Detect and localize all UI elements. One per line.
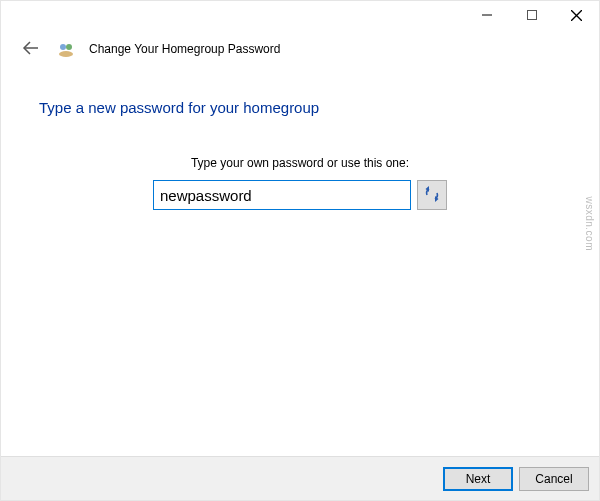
page-title: Change Your Homegroup Password	[89, 42, 280, 56]
title-bar	[1, 1, 599, 31]
minimize-icon	[482, 10, 492, 20]
password-input[interactable]	[153, 180, 411, 210]
regenerate-password-button[interactable]	[417, 180, 447, 210]
close-button[interactable]	[554, 1, 599, 29]
back-arrow-icon	[22, 41, 40, 58]
minimize-button[interactable]	[464, 1, 509, 29]
dialog-window: Change Your Homegroup Password Type a ne…	[0, 0, 600, 501]
svg-point-6	[66, 44, 72, 50]
maximize-button[interactable]	[509, 1, 554, 29]
refresh-icon	[424, 186, 440, 205]
footer: Next Cancel	[1, 456, 599, 500]
back-button[interactable]	[19, 37, 43, 61]
header: Change Your Homegroup Password	[1, 31, 599, 71]
maximize-icon	[527, 10, 537, 20]
svg-point-7	[59, 51, 73, 57]
homegroup-icon	[57, 40, 75, 58]
svg-rect-1	[527, 11, 536, 20]
content-area: Type a new password for your homegroup T…	[1, 71, 599, 456]
password-input-row	[39, 180, 561, 210]
password-prompt: Type your own password or use this one:	[39, 156, 561, 170]
next-button[interactable]: Next	[443, 467, 513, 491]
close-icon	[571, 10, 582, 21]
heading: Type a new password for your homegroup	[39, 99, 561, 116]
svg-point-5	[60, 44, 66, 50]
watermark: wsxdn.com	[584, 196, 595, 251]
cancel-button[interactable]: Cancel	[519, 467, 589, 491]
